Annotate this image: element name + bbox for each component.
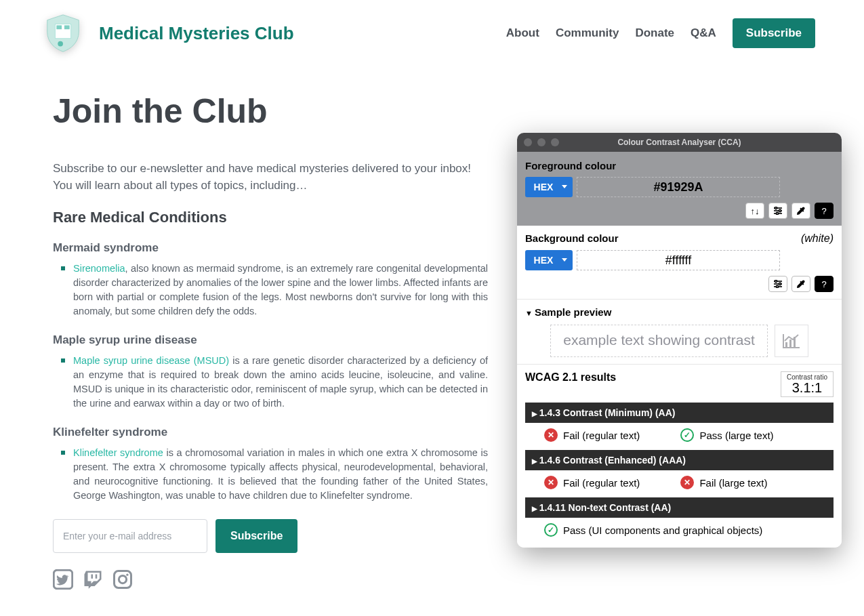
results-heading: WCAG 2.1 results [525, 371, 616, 384]
subscribe-button[interactable]: Subscribe [215, 519, 297, 553]
result-143-toggle[interactable]: 1.4.3 Contrast (Minimum) (AA) [525, 403, 834, 423]
svg-rect-1 [56, 25, 62, 29]
cca-sample-section: Sample preview example text showing cont… [517, 299, 842, 364]
cca-titlebar[interactable]: Colour Contrast Analyser (CCA) [517, 133, 842, 152]
page-title: Join the Club [53, 91, 489, 131]
bg-color-input[interactable] [577, 250, 780, 270]
svg-rect-6 [96, 575, 98, 579]
instagram-icon[interactable] [112, 569, 133, 590]
fg-eyedropper-button[interactable] [791, 203, 810, 219]
condition-heading-msud: Maple syrup urine disease [53, 333, 489, 347]
pass-icon: ✓ [680, 428, 694, 442]
fg-color-input[interactable] [577, 177, 780, 197]
intro-text: Subscribe to our e-newsletter and have m… [53, 161, 473, 194]
section-heading: Rare Medical Conditions [53, 209, 489, 226]
sample-preview-toggle[interactable]: Sample preview [525, 306, 834, 318]
condition-link-msud[interactable]: Maple syrup urine disease (MSUD) [73, 355, 229, 366]
bg-color-name-note: (white) [801, 232, 834, 245]
fg-format-select[interactable]: HEX [525, 177, 573, 197]
svg-point-13 [775, 207, 777, 209]
svg-point-19 [775, 280, 777, 282]
brand-title: Medical Mysteries Club [99, 23, 294, 44]
cca-foreground-section: Foreground colour HEX ↑↓ ? [517, 152, 842, 226]
fg-sliders-button[interactable] [768, 203, 787, 219]
bg-eyedropper-button[interactable] [791, 276, 810, 292]
list-item: Klinefelter syndrome is a chromosomal va… [61, 446, 488, 503]
condition-link-klinefelter[interactable]: Klinefelter syndrome [73, 447, 163, 458]
contrast-ratio-box: Contrast ratio 3.1:1 [781, 371, 834, 397]
svg-point-21 [776, 285, 778, 287]
svg-point-9 [126, 574, 128, 576]
nav-qa[interactable]: Q&A [691, 26, 716, 40]
condition-list-klinefelter: Klinefelter syndrome is a chromosomal va… [61, 446, 489, 503]
fail-icon: ✕ [544, 476, 558, 489]
result-item: ✕Fail (large text) [680, 476, 767, 489]
email-field[interactable] [53, 519, 207, 553]
result-item: ✕Fail (regular text) [544, 476, 640, 489]
nav-subscribe-button[interactable]: Subscribe [733, 18, 815, 48]
nav-about[interactable]: About [506, 26, 539, 40]
site-logo [42, 12, 84, 54]
svg-rect-5 [91, 575, 94, 579]
result-item: ✓Pass (large text) [680, 428, 773, 442]
cca-title: Colour Contrast Analyser (CCA) [517, 138, 842, 147]
svg-point-3 [58, 41, 63, 47]
result-1411-toggle[interactable]: 1.4.11 Non-text Contrast (AA) [525, 497, 834, 518]
condition-body: , also known as mermaid syndrome, is an … [73, 263, 488, 316]
result-146-toggle[interactable]: 1.4.6 Contrast (Enhanced) (AAA) [525, 450, 834, 470]
site-header: Medical Mysteries Club About Community D… [0, 0, 864, 54]
svg-point-20 [779, 283, 781, 285]
bg-format-select[interactable]: HEX [525, 250, 573, 270]
chart-icon[interactable] [775, 325, 808, 357]
condition-list-mermaid: Sirenomelia, also known as mermaid syndr… [61, 262, 489, 319]
social-links [53, 569, 489, 590]
background-label: Background colour [525, 232, 619, 244]
condition-heading-mermaid: Mermaid syndrome [53, 241, 489, 255]
svg-rect-23 [789, 340, 791, 348]
svg-point-15 [776, 212, 778, 214]
main-nav: About Community Donate Q&A Subscribe [506, 18, 815, 48]
list-item: Maple syrup urine disease (MSUD) is a ra… [61, 354, 488, 411]
svg-rect-22 [785, 342, 787, 348]
cca-results-section: WCAG 2.1 results Contrast ratio 3.1:1 1.… [517, 364, 842, 548]
brand: Medical Mysteries Club [42, 12, 294, 54]
result-item: ✓Pass (UI components and graphical objec… [544, 523, 762, 537]
fg-help-button[interactable]: ? [815, 203, 834, 219]
condition-link-sirenomelia[interactable]: Sirenomelia [73, 263, 125, 274]
twitch-icon[interactable] [83, 569, 103, 590]
list-item: Sirenomelia, also known as mermaid syndr… [61, 262, 488, 319]
foreground-label: Foreground colour [525, 160, 834, 171]
bg-help-button[interactable]: ? [815, 276, 834, 292]
result-1411-detail: ✓Pass (UI components and graphical objec… [525, 518, 834, 543]
svg-rect-2 [64, 25, 70, 29]
result-item: ✕Fail (regular text) [544, 428, 640, 442]
fail-icon: ✕ [544, 428, 558, 442]
twitter-icon[interactable] [53, 569, 73, 590]
sample-text-preview: example text showing contrast [550, 325, 767, 357]
svg-rect-7 [115, 571, 131, 588]
cca-background-section: Background colour (white) HEX ? [517, 226, 842, 299]
cca-window: Colour Contrast Analyser (CCA) Foregroun… [517, 133, 842, 548]
pass-icon: ✓ [544, 523, 558, 537]
result-146-detail: ✕Fail (regular text) ✕Fail (large text) [525, 470, 834, 492]
condition-list-msud: Maple syrup urine disease (MSUD) is a ra… [61, 354, 489, 411]
fail-icon: ✕ [680, 476, 694, 489]
svg-point-14 [779, 209, 781, 211]
subscribe-form: Subscribe [53, 519, 489, 553]
svg-point-8 [119, 576, 126, 583]
nav-donate[interactable]: Donate [635, 26, 674, 40]
main-content: Join the Club Subscribe to our e-newslet… [0, 54, 542, 590]
nav-community[interactable]: Community [556, 26, 619, 40]
result-143-detail: ✕Fail (regular text) ✓Pass (large text) [525, 423, 834, 445]
ratio-value: 3.1:1 [787, 381, 827, 394]
swap-colors-button[interactable]: ↑↓ [745, 203, 764, 219]
condition-heading-klinefelter: Klinefelter syndrome [53, 426, 489, 439]
bg-sliders-button[interactable] [768, 276, 787, 292]
